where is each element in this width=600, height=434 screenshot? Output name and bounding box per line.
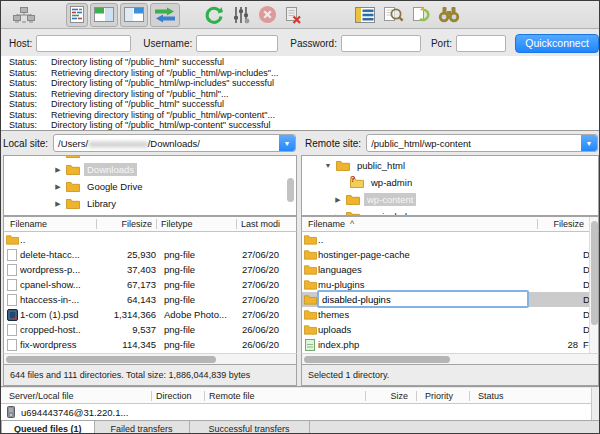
remote-horizontal-scrollbar[interactable]: [301, 353, 599, 365]
file-row[interactable]: cropped-host..9,537png-file26/06/20: [4, 322, 296, 337]
queue-tabs: Queued files (1) Failed transfers Succes…: [1, 420, 599, 434]
host-input[interactable]: [36, 35, 131, 52]
disconnect-icon[interactable]: [282, 3, 305, 27]
file-row[interactable]: fix-wordpress114,345png-file26/06/20: [4, 337, 296, 352]
local-site-bar: Local site: /Users/xxxxxxxxxxxxxx/Downlo…: [3, 131, 297, 155]
filezilla-window: Host: Username: Password: Port: Quickcon…: [0, 0, 600, 434]
queue-vertical-scrollbar[interactable]: [591, 388, 599, 420]
directory-comparison-icon[interactable]: [352, 3, 378, 27]
folder-icon: [302, 324, 318, 335]
username-input[interactable]: [196, 35, 278, 52]
expand-arrow-icon[interactable]: ▶: [334, 196, 342, 204]
cancel-icon[interactable]: [255, 3, 280, 27]
file-icon: [4, 339, 20, 351]
file-row[interactable]: delete-htacc...25,930png-file27/06/20: [4, 247, 296, 262]
filter-icon[interactable]: [229, 3, 253, 27]
remote-file-list: .. hostinger-page-cacheDirectory languag…: [301, 232, 599, 353]
column-filename[interactable]: Filename: [302, 219, 345, 229]
file-row-selected[interactable]: Directory: [302, 292, 598, 307]
chevron-down-icon[interactable]: ▼: [279, 135, 295, 151]
toggle-remote-tree-icon[interactable]: [120, 3, 148, 27]
tree-item-wp-admin[interactable]: ? wp-admin: [302, 174, 598, 191]
port-label: Port:: [431, 38, 452, 49]
file-icon: [4, 279, 20, 291]
password-input[interactable]: [341, 35, 421, 52]
file-row[interactable]: htaccess-in-...64,143png-file27/06/20: [4, 292, 296, 307]
php-file-icon: [302, 339, 318, 351]
folder-icon: [302, 264, 318, 275]
tab-queued-files[interactable]: Queued files (1): [1, 421, 95, 434]
folder-icon: [302, 294, 318, 305]
synchronized-browsing-icon[interactable]: [380, 3, 407, 27]
find-files-icon[interactable]: [435, 3, 463, 27]
file-row[interactable]: wordpress-p...37,403png-file27/06/20: [4, 262, 296, 277]
file-row[interactable]: ..: [302, 232, 598, 247]
local-pane: Local site: /Users/xxxxxxxxxxxxxx/Downlo…: [3, 131, 297, 386]
folder-icon: [66, 164, 80, 175]
tree-item-wp-content[interactable]: ▶ wp-content: [302, 191, 598, 208]
scrollbar-thumb[interactable]: [287, 178, 294, 202]
folder-icon: [66, 181, 80, 192]
column-priority[interactable]: Priority: [417, 391, 469, 401]
remote-path: /public_html/wp-content: [371, 138, 471, 149]
column-status[interactable]: Status: [470, 391, 599, 401]
column-last-modified[interactable]: Last modi: [237, 219, 296, 229]
scrollbar-thumb[interactable]: [591, 221, 598, 325]
local-file-list: .. delete-htacc...25,930png-file27/06/20…: [3, 232, 297, 353]
tree-item-wp-includes[interactable]: ▶ wp-includes: [302, 208, 598, 216]
rename-input[interactable]: [317, 290, 529, 308]
file-row[interactable]: themesDirectory: [302, 307, 598, 322]
file-row[interactable]: ..: [4, 232, 296, 247]
quickconnect-button[interactable]: Quickconnect: [515, 34, 599, 53]
column-server-local-file[interactable]: Server/Local file: [1, 391, 151, 401]
remote-vertical-scrollbar[interactable]: [589, 217, 598, 353]
toggle-log-view-icon[interactable]: [66, 3, 88, 27]
expand-arrow-icon[interactable]: ▶: [54, 166, 62, 174]
file-icon: [4, 324, 20, 336]
queue-server-text: u694443746@31.220.1...: [21, 407, 128, 418]
folder-icon: [302, 249, 318, 260]
local-horizontal-scrollbar[interactable]: [3, 353, 297, 365]
tree-item-downloads[interactable]: ▶ Downloads: [4, 161, 296, 178]
column-size[interactable]: Size: [366, 391, 408, 401]
column-direction[interactable]: Direction: [152, 391, 204, 401]
column-filesize[interactable]: Filesize: [97, 219, 156, 229]
expand-arrow-icon[interactable]: ▶: [54, 183, 62, 191]
remote-site-combo[interactable]: /public_html/wp-content ▼: [366, 134, 598, 152]
column-filetype[interactable]: Filetype: [157, 219, 236, 229]
file-row[interactable]: 1-com (1).psd1,314,366Adobe Photo...27/0…: [4, 307, 296, 322]
tree-item-library[interactable]: ▶ Library: [4, 195, 296, 212]
refresh-icon[interactable]: [201, 3, 227, 27]
queue-row[interactable]: u694443746@31.220.1...: [1, 404, 593, 420]
file-row[interactable]: languagesDirectory: [302, 262, 598, 277]
expand-arrow-icon[interactable]: ▶: [54, 200, 62, 208]
chevron-down-icon[interactable]: ▼: [581, 135, 597, 151]
tab-failed-transfers[interactable]: Failed transfers: [95, 421, 190, 434]
toggle-local-tree-icon[interactable]: [90, 3, 118, 27]
folder-icon: [302, 279, 318, 290]
folder-icon: [336, 160, 350, 171]
file-row[interactable]: hostinger-page-cacheDirectory: [302, 247, 598, 262]
file-row[interactable]: uploadsDirectory: [302, 322, 598, 337]
collapse-arrow-icon[interactable]: ▼: [324, 162, 332, 169]
folder-icon: [302, 309, 318, 320]
remote-site-label: Remote site:: [305, 138, 361, 149]
file-row[interactable]: index.php28File: [302, 337, 598, 352]
site-manager-icon[interactable]: [9, 3, 39, 27]
column-filename[interactable]: Filename: [4, 219, 96, 229]
file-row[interactable]: cpanel-show...67,173png-file27/06/20: [4, 277, 296, 292]
expand-arrow-icon[interactable]: ▶: [54, 155, 62, 157]
tab-successful-transfers[interactable]: Successful transfers: [190, 421, 310, 434]
port-input[interactable]: [456, 35, 506, 52]
sort-ascending-icon: ^: [350, 219, 354, 229]
toggle-transfer-queue-icon[interactable]: [150, 3, 180, 27]
tree-item-public-html[interactable]: ▼ public_html: [302, 157, 598, 174]
scrollbar-thumb[interactable]: [6, 356, 216, 363]
local-site-combo[interactable]: /Users/xxxxxxxxxxxxxx/Downloads/ ▼: [53, 134, 296, 152]
folder-icon: [66, 198, 80, 209]
refresh-listing-icon[interactable]: [409, 3, 433, 27]
folder-icon: [346, 194, 360, 205]
scrollbar-thumb[interactable]: [304, 356, 450, 363]
tree-item-google-drive[interactable]: ▶ Google Drive: [4, 178, 296, 195]
column-remote-file[interactable]: Remote file: [205, 391, 365, 401]
